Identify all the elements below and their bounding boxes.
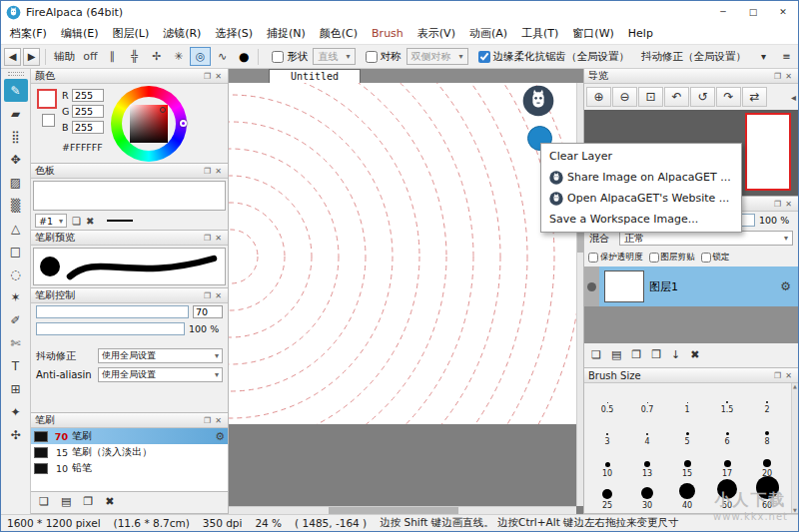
move-tool[interactable]: ✥ xyxy=(4,148,28,171)
float-panel-icon[interactable]: ❐ xyxy=(202,291,213,300)
layer-row[interactable]: 图层1 ⚙ xyxy=(584,266,798,306)
copy-brush-button[interactable]: ❐ xyxy=(83,495,93,508)
close-panel-icon[interactable]: ✕ xyxy=(213,72,224,81)
shape-checkbox-group[interactable]: 形状 xyxy=(272,50,308,64)
brush-size-option[interactable]: 60 xyxy=(747,479,787,511)
snap-circular-button[interactable]: ◎ xyxy=(190,47,211,66)
saturation-value-square[interactable] xyxy=(130,105,168,143)
brush-list-item[interactable]: 10 铅笔 xyxy=(31,460,228,476)
brush-size-option[interactable]: 4 xyxy=(627,415,667,447)
menu-filter[interactable]: 滤镜(R) xyxy=(156,23,208,45)
lock-checkbox[interactable]: 锁定 xyxy=(701,252,730,264)
brush-size-scrollbar[interactable]: ▲▼ xyxy=(791,383,798,513)
add-folder-button[interactable]: ▤ xyxy=(611,348,621,361)
dot-tool[interactable]: ⣿ xyxy=(4,125,28,148)
float-panel-icon[interactable]: ❐ xyxy=(202,416,213,425)
antialias-checkbox[interactable] xyxy=(478,51,490,63)
maximize-button[interactable]: □ xyxy=(738,1,768,23)
brush-size-option[interactable]: 1 xyxy=(667,383,707,415)
snap-off-button[interactable]: off xyxy=(80,47,101,66)
delete-brush-button[interactable]: ✖ xyxy=(105,495,114,508)
snap-curve-button[interactable]: ∿ xyxy=(212,47,233,66)
snap-vanishing-point-button[interactable]: ✢ xyxy=(146,47,167,66)
palette-select[interactable]: #1 ▾ xyxy=(35,214,67,228)
brush-size-option[interactable]: 2 xyxy=(747,383,787,415)
brush-settings-icon[interactable]: ⚙ xyxy=(215,430,225,443)
menu-layer[interactable]: 图层(L) xyxy=(105,23,156,45)
close-button[interactable]: ✕ xyxy=(768,1,798,23)
select-rect-tool[interactable]: □ xyxy=(4,240,28,263)
snap-crisscross-button[interactable]: ╬ xyxy=(124,47,145,66)
jitter-correction-select[interactable]: 使用全局设置 ▾ xyxy=(98,348,223,363)
zoom-out-button[interactable]: ⊖ xyxy=(612,87,637,107)
canvas-horizontal-scrollbar[interactable] xyxy=(229,506,576,514)
magic-wand-tool[interactable]: ✶ xyxy=(4,285,28,308)
layer-visibility-toggle[interactable] xyxy=(584,266,599,306)
rotate-reset-button[interactable]: ↺ xyxy=(690,87,715,107)
fill-tool[interactable]: ▨ xyxy=(4,171,28,194)
brush-size-option[interactable]: 1.5 xyxy=(707,383,747,415)
brush-folder-button[interactable]: ▤ xyxy=(61,495,71,508)
open-website-item[interactable]: Open AlpacaGET's Website ... xyxy=(541,188,741,209)
menu-select[interactable]: 选择(S) xyxy=(208,23,260,45)
zoom-in-button[interactable]: ⊕ xyxy=(586,87,611,107)
brush-size-option[interactable]: 20 xyxy=(747,447,787,479)
brush-size-option[interactable]: 30 xyxy=(627,479,667,511)
close-panel-icon[interactable]: ✕ xyxy=(213,291,224,300)
eraser-tool[interactable]: ▰ xyxy=(4,102,28,125)
navigator-view-rect[interactable] xyxy=(745,113,791,191)
close-panel-icon[interactable]: ✕ xyxy=(213,167,224,176)
menu-snap[interactable]: 捕捉(N) xyxy=(260,23,313,45)
antialias-checkbox-group[interactable]: 边缘柔化抗锯齿（全局设置） xyxy=(478,50,630,64)
color-wheel[interactable] xyxy=(111,86,187,162)
jitter-dropdown-button[interactable]: ▾ xyxy=(755,48,772,66)
float-panel-icon[interactable]: ❐ xyxy=(202,167,213,176)
collapse-left-panel-button[interactable]: ◀ xyxy=(4,48,21,66)
close-panel-icon[interactable]: ✕ xyxy=(783,371,794,380)
background-color-swatch[interactable] xyxy=(42,114,55,127)
brush-size-option[interactable]: 25 xyxy=(587,479,627,511)
brush-size-option[interactable]: 40 xyxy=(667,479,707,511)
snap-parallel-button[interactable]: ∥ xyxy=(102,47,123,66)
brush-size-option[interactable]: 10 xyxy=(587,447,627,479)
brush-size-option[interactable]: 3 xyxy=(587,415,627,447)
clipping-checkbox[interactable]: 图层剪贴 xyxy=(649,252,695,264)
gradient-tool[interactable]: ▒ xyxy=(4,194,28,217)
flip-horizontal-button[interactable]: ⇄ xyxy=(742,87,767,107)
layer-settings-icon[interactable]: ⚙ xyxy=(780,279,791,293)
zoom-fit-button[interactable]: ⊡ xyxy=(638,87,663,107)
merge-down-button[interactable]: ↓ xyxy=(671,348,680,361)
clear-layer-item[interactable]: Clear Layer xyxy=(541,146,741,167)
brush-size-option[interactable]: 0.7 xyxy=(627,383,667,415)
float-panel-icon[interactable]: ❐ xyxy=(772,72,783,81)
rotate-ccw-button[interactable]: ↶ xyxy=(664,87,689,107)
menu-edit[interactable]: 编辑(E) xyxy=(54,23,106,45)
snap-radial-button[interactable]: ✳ xyxy=(168,47,189,66)
toolbar-overflow-button[interactable]: ≡ xyxy=(778,48,795,66)
canvas[interactable] xyxy=(229,83,576,424)
brush-size-input[interactable] xyxy=(193,305,223,318)
brush-size-option[interactable]: 5 xyxy=(667,415,707,447)
document-tab[interactable]: Untitled xyxy=(269,69,361,83)
palette-swatch-list[interactable] xyxy=(33,181,226,211)
share-image-item[interactable]: Share Image on AlpacaGET ... xyxy=(541,167,741,188)
delete-layer-button[interactable]: ✖ xyxy=(690,348,699,361)
close-panel-icon[interactable]: ✕ xyxy=(213,234,224,243)
menu-view[interactable]: 表示(V) xyxy=(410,23,462,45)
add-palette-color-button[interactable]: ❏ xyxy=(72,216,81,227)
red-input[interactable] xyxy=(72,89,104,102)
text-tool[interactable]: T xyxy=(4,354,28,377)
menu-color[interactable]: 颜色(C) xyxy=(313,23,365,45)
float-panel-icon[interactable]: ❐ xyxy=(772,371,783,380)
blend-mode-select[interactable]: 正常 ▾ xyxy=(619,231,793,246)
panel-collapse-button[interactable]: ◂ xyxy=(791,92,796,103)
blue-input[interactable] xyxy=(72,121,104,134)
brush-size-option[interactable]: 8 xyxy=(747,415,787,447)
brush-tool[interactable]: ✎ xyxy=(4,79,28,102)
symmetry-checkbox[interactable] xyxy=(366,51,378,63)
layer-thumbnail[interactable] xyxy=(604,270,644,302)
close-panel-icon[interactable]: ✕ xyxy=(783,72,794,81)
green-input[interactable] xyxy=(72,105,104,118)
float-panel-icon[interactable]: ❐ xyxy=(202,234,213,243)
close-panel-icon[interactable]: ✕ xyxy=(783,200,794,209)
